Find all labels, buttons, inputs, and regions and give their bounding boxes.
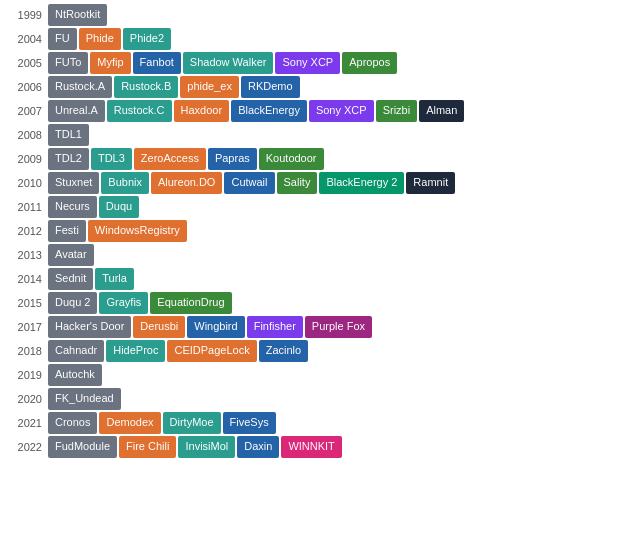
- malware-item: HideProc: [106, 340, 165, 361]
- malware-item: Duqu 2: [48, 292, 97, 313]
- malware-item: Fanbot: [133, 52, 181, 73]
- malware-item: Bubnix: [101, 172, 149, 193]
- malware-item: Apropos: [342, 52, 397, 73]
- timeline-row: 2021CronosDemodexDirtyMoeFiveSys: [0, 412, 624, 434]
- malware-item: Ramnit: [406, 172, 455, 193]
- timeline-row: 2015Duqu 2GrayfisEquationDrug: [0, 292, 624, 314]
- year-label: 2009: [0, 153, 48, 165]
- malware-item: FUTo: [48, 52, 88, 73]
- malware-item: Finfisher: [247, 316, 303, 337]
- malware-item: Festi: [48, 220, 86, 241]
- malware-item: Unreal.A: [48, 100, 105, 121]
- malware-item: FK_Undead: [48, 388, 121, 409]
- malware-item: Shadow Walker: [183, 52, 274, 73]
- malware-item: TDL3: [91, 148, 132, 169]
- row-items: Rustock.ARustock.Bphide_exRKDemo: [48, 76, 300, 97]
- year-label: 2006: [0, 81, 48, 93]
- year-label: 2015: [0, 297, 48, 309]
- timeline-row: 2014SednitTurla: [0, 268, 624, 290]
- row-items: StuxnetBubnixAlureon.DOCutwailSalityBlac…: [48, 172, 455, 193]
- malware-item: Purple Fox: [305, 316, 372, 337]
- year-label: 2011: [0, 201, 48, 213]
- year-label: 2020: [0, 393, 48, 405]
- malware-item: DirtyMoe: [163, 412, 221, 433]
- row-items: CronosDemodexDirtyMoeFiveSys: [48, 412, 276, 433]
- malware-item: FiveSys: [223, 412, 276, 433]
- year-label: 2021: [0, 417, 48, 429]
- malware-item: Sony XCP: [309, 100, 374, 121]
- row-items: Hacker's DoorDerusbiWingbirdFinfisherPur…: [48, 316, 372, 337]
- row-items: TDL2TDL3ZeroAccessPaprasKoutodoor: [48, 148, 324, 169]
- row-items: FudModuleFire ChiliInvisiMolDaxinWINNKIT: [48, 436, 342, 457]
- timeline-row: 2012FestiWindowsRegistry: [0, 220, 624, 242]
- row-items: NecursDuqu: [48, 196, 139, 217]
- malware-item: Haxdoor: [174, 100, 230, 121]
- malware-item: Avatar: [48, 244, 94, 265]
- malware-item: EquationDrug: [150, 292, 231, 313]
- malware-item: Phide: [79, 28, 121, 49]
- malware-item: Grayfis: [99, 292, 148, 313]
- malware-item: InvisiMol: [178, 436, 235, 457]
- timeline-row: 2008TDL1: [0, 124, 624, 146]
- year-label: 2007: [0, 105, 48, 117]
- row-items: FUPhidePhide2: [48, 28, 171, 49]
- malware-item: FU: [48, 28, 77, 49]
- malware-item: Koutodoor: [259, 148, 324, 169]
- malware-item: Rustock.B: [114, 76, 178, 97]
- malware-item: Stuxnet: [48, 172, 99, 193]
- row-items: Avatar: [48, 244, 94, 265]
- malware-item: Cahnadr: [48, 340, 104, 361]
- malware-item: BlackEnergy: [231, 100, 307, 121]
- malware-item: phide_ex: [180, 76, 239, 97]
- row-items: Duqu 2GrayfisEquationDrug: [48, 292, 232, 313]
- malware-item: Autochk: [48, 364, 102, 385]
- timeline-row: 1999NtRootkit: [0, 4, 624, 26]
- malware-item: Necurs: [48, 196, 97, 217]
- row-items: FK_Undead: [48, 388, 121, 409]
- malware-item: Rustock.A: [48, 76, 112, 97]
- timeline-row: 2022FudModuleFire ChiliInvisiMolDaxinWIN…: [0, 436, 624, 458]
- malware-item: TDL2: [48, 148, 89, 169]
- malware-item: Wingbird: [187, 316, 244, 337]
- malware-item: Sednit: [48, 268, 93, 289]
- year-label: 1999: [0, 9, 48, 21]
- malware-item: Alureon.DO: [151, 172, 222, 193]
- malware-item: Papras: [208, 148, 257, 169]
- malware-item: FudModule: [48, 436, 117, 457]
- malware-item: Cronos: [48, 412, 97, 433]
- year-label: 2017: [0, 321, 48, 333]
- year-label: 2018: [0, 345, 48, 357]
- malware-item: RKDemo: [241, 76, 300, 97]
- malware-item: Turla: [95, 268, 134, 289]
- malware-item: Daxin: [237, 436, 279, 457]
- malware-item: Fire Chili: [119, 436, 176, 457]
- year-label: 2008: [0, 129, 48, 141]
- row-items: FUToMyfipFanbotShadow WalkerSony XCPApro…: [48, 52, 397, 73]
- timeline-row: 2007Unreal.ARustock.CHaxdoorBlackEnergyS…: [0, 100, 624, 122]
- malware-item: Demodex: [99, 412, 160, 433]
- row-items: TDL1: [48, 124, 89, 145]
- malware-item: TDL1: [48, 124, 89, 145]
- malware-item: Sality: [277, 172, 318, 193]
- malware-item: Cutwail: [224, 172, 274, 193]
- year-label: 2010: [0, 177, 48, 189]
- timeline-row: 2005FUToMyfipFanbotShadow WalkerSony XCP…: [0, 52, 624, 74]
- year-label: 2013: [0, 249, 48, 261]
- row-items: Autochk: [48, 364, 102, 385]
- timeline-row: 2011NecursDuqu: [0, 196, 624, 218]
- malware-item: WindowsRegistry: [88, 220, 187, 241]
- malware-item: Srizbi: [376, 100, 418, 121]
- timeline-row: 2019Autochk: [0, 364, 624, 386]
- year-label: 2005: [0, 57, 48, 69]
- malware-item: BlackEnergy 2: [319, 172, 404, 193]
- timeline-row: 2009TDL2TDL3ZeroAccessPaprasKoutodoor: [0, 148, 624, 170]
- malware-item: Phide2: [123, 28, 171, 49]
- malware-item: Zacinlo: [259, 340, 308, 361]
- malware-item: Derusbi: [133, 316, 185, 337]
- row-items: SednitTurla: [48, 268, 134, 289]
- malware-item: CEIDPageLock: [167, 340, 256, 361]
- year-label: 2014: [0, 273, 48, 285]
- timeline-row: 2017Hacker's DoorDerusbiWingbirdFinfishe…: [0, 316, 624, 338]
- row-items: NtRootkit: [48, 4, 107, 25]
- malware-item: Myfip: [90, 52, 130, 73]
